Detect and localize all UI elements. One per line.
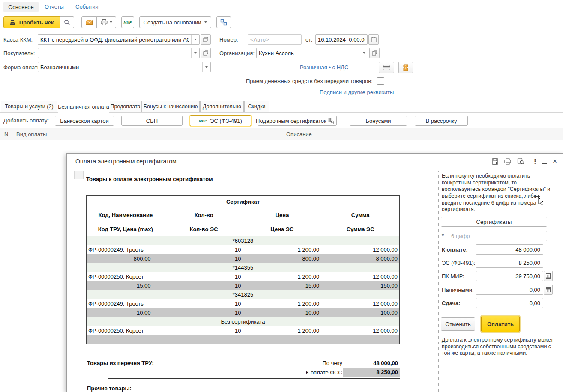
fss-label: К оплате ФСС bbox=[282, 369, 342, 376]
tab-bonuses[interactable]: Бонусы к начислению bbox=[141, 101, 200, 112]
customer-input[interactable] bbox=[38, 50, 191, 56]
signatures-link[interactable]: Подписи и другие реквизиты bbox=[320, 89, 394, 95]
post-check-button[interactable]: Пробить чек bbox=[3, 16, 60, 28]
es-subrow bbox=[87, 335, 400, 344]
customer-dropdown-zone[interactable] bbox=[191, 48, 199, 58]
to-pay-label: К оплате: bbox=[442, 246, 468, 253]
item-row: ФР-00000250, Корсет 10 1 200,00 12 000,0… bbox=[87, 326, 400, 335]
menu-item-main[interactable]: Основное bbox=[3, 2, 39, 12]
cash-register-icon bbox=[10, 19, 17, 25]
cert-section-row: *144355 bbox=[87, 263, 400, 272]
printer-icon bbox=[504, 158, 511, 165]
search-button[interactable] bbox=[60, 16, 74, 28]
date-field[interactable] bbox=[315, 34, 368, 45]
maximize-button[interactable] bbox=[540, 157, 549, 166]
save-button[interactable] bbox=[490, 157, 500, 166]
customer-combo[interactable] bbox=[38, 48, 200, 58]
es-subrow: 10,00 10 10,00 100,00 bbox=[87, 308, 400, 317]
menu-item-main-label: Основное bbox=[8, 4, 34, 10]
pay-button[interactable]: Оплатить bbox=[481, 316, 520, 332]
scan-gift-cert-button[interactable] bbox=[326, 116, 337, 126]
date-input[interactable] bbox=[316, 36, 367, 43]
retail-vat-link[interactable]: Розничная • с НДС bbox=[300, 64, 348, 71]
print-button[interactable] bbox=[96, 16, 116, 28]
kkm-dropdown-zone[interactable] bbox=[191, 35, 199, 44]
dots-menu-icon: ⋮ bbox=[532, 157, 539, 165]
mir-calculator-button[interactable] bbox=[544, 271, 553, 281]
cash-calculator-button[interactable] bbox=[544, 285, 553, 295]
col-description: Описание bbox=[286, 131, 312, 137]
menu-item-reports[interactable]: Отчеты bbox=[45, 3, 64, 10]
to-pay-field[interactable]: 48 000,00 bbox=[476, 244, 543, 255]
mir-toolbar-button[interactable]: МИР bbox=[121, 16, 134, 28]
tab-additional[interactable]: Дополнительно bbox=[200, 101, 244, 112]
kkm-open-button[interactable] bbox=[201, 34, 211, 45]
es-subrow: 15,00 10 15,00 150,00 bbox=[87, 281, 400, 290]
by-check-value: 48 000,00 bbox=[344, 360, 398, 366]
payment-form-dropdown-zone[interactable] bbox=[202, 62, 210, 72]
floppy-save-icon bbox=[492, 158, 498, 165]
open-form-icon bbox=[203, 37, 208, 42]
coupon-button[interactable] bbox=[398, 62, 413, 73]
print-dialog-button[interactable] bbox=[503, 157, 512, 166]
card-payment-button[interactable] bbox=[379, 62, 394, 73]
payment-form-combo[interactable] bbox=[38, 62, 211, 72]
number-input[interactable] bbox=[248, 36, 301, 43]
cancel-button[interactable]: Отменить bbox=[441, 317, 475, 331]
organization-label: Организация: bbox=[219, 50, 255, 56]
preview-button[interactable] bbox=[516, 157, 525, 166]
change-field[interactable]: 0,00 bbox=[476, 298, 543, 308]
pay-by-bonus-button[interactable]: Бонусами bbox=[350, 116, 407, 126]
payment-form-input[interactable] bbox=[38, 64, 202, 71]
es-amount-field[interactable]: 8 250,00 bbox=[476, 258, 543, 268]
es-payment-dialog: Оплата электронным сертификатом ⋮ × Това… bbox=[66, 153, 563, 392]
pay-installment-button[interactable]: В рассрочку bbox=[415, 116, 468, 126]
ccm-check-window: Основное Отчеты События Пробить чек МИР … bbox=[0, 0, 563, 392]
pay-by-es-button[interactable]: МИР ЭС (ФЗ-491) bbox=[190, 115, 251, 126]
customer-open-button[interactable] bbox=[201, 48, 211, 58]
date-label: от: bbox=[305, 36, 313, 43]
certificates-button[interactable]: Сертификаты bbox=[441, 217, 547, 227]
organization-combo[interactable] bbox=[256, 48, 368, 58]
create-based-on-button[interactable]: Создать на основании bbox=[139, 16, 211, 28]
search-icon bbox=[64, 19, 70, 26]
menu-item-events[interactable]: События bbox=[75, 3, 99, 10]
panel-splitter[interactable] bbox=[438, 171, 439, 392]
tab-prepayment[interactable]: Предоплата bbox=[110, 101, 141, 112]
help-text-bottom: Доплата к электронному сертификату может… bbox=[442, 337, 557, 357]
cert-header-cell: Сертификат bbox=[87, 196, 400, 208]
pay-by-card-button[interactable]: Банковской картой bbox=[55, 116, 114, 126]
tab-cashless-payment[interactable]: Безналичная оплата bbox=[58, 101, 109, 113]
cert-section-row: Без сертификата bbox=[87, 317, 400, 326]
organization-dropdown-zone[interactable] bbox=[360, 48, 368, 58]
organization-input[interactable] bbox=[257, 50, 360, 56]
related-documents-button[interactable] bbox=[216, 16, 231, 28]
mir-amount-label: ПК МИР: bbox=[442, 273, 464, 279]
more-button[interactable]: ⋮ bbox=[530, 157, 540, 166]
col-n: N bbox=[4, 131, 8, 137]
mir-amount-field[interactable]: 39 750,00 bbox=[476, 271, 543, 281]
accept-without-goods-checkbox[interactable] bbox=[377, 77, 384, 85]
cert-digits-input[interactable] bbox=[449, 233, 547, 239]
tab-goods-services[interactable]: Товары и услуги (2) bbox=[1, 101, 57, 112]
send-email-button[interactable] bbox=[81, 16, 97, 28]
kkm-dropdown-arrow-icon bbox=[194, 39, 197, 40]
pay-by-sbp-button[interactable]: СБП bbox=[121, 116, 183, 126]
kkm-input[interactable] bbox=[38, 36, 191, 43]
kkm-combo[interactable] bbox=[38, 34, 200, 45]
number-field[interactable] bbox=[248, 34, 302, 45]
cert-section-row: *341825 bbox=[87, 290, 400, 299]
cert-digits-field[interactable] bbox=[449, 231, 547, 241]
cash-amount-field[interactable]: 0,00 bbox=[476, 285, 543, 295]
number-label: Номер: bbox=[219, 36, 238, 43]
organization-open-button[interactable] bbox=[369, 48, 380, 58]
col-payment-type: Вид оплаты bbox=[16, 131, 47, 137]
pay-by-gift-cert-button[interactable]: Подарочным сертификатом bbox=[258, 116, 326, 126]
item-row: ФР-00000249, Трость 10 1 200,00 12 000,0… bbox=[87, 299, 400, 308]
calendar-button[interactable] bbox=[368, 34, 379, 45]
calculator-icon bbox=[546, 287, 551, 292]
open-form-icon bbox=[372, 50, 377, 56]
spreadsheet-corner-cell bbox=[74, 171, 84, 179]
tab-discounts[interactable]: Скидки bbox=[244, 101, 269, 112]
close-button[interactable]: × bbox=[550, 157, 560, 166]
